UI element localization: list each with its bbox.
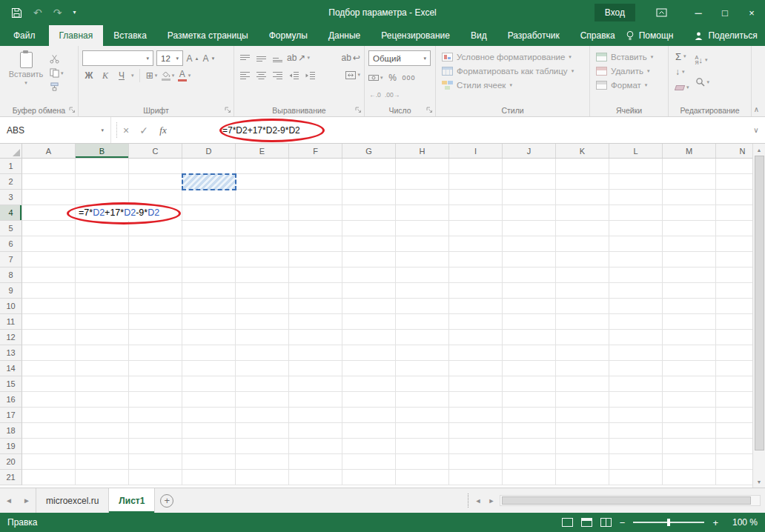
- percent-style-button[interactable]: %: [386, 70, 400, 85]
- row-header-8[interactable]: 8: [0, 267, 22, 283]
- cell-A4[interactable]: [22, 205, 76, 221]
- autosum-button[interactable]: Σ▾: [675, 50, 689, 63]
- sheet-nav-right-icon[interactable]: ►: [18, 488, 36, 513]
- cell-H10[interactable]: [396, 299, 449, 314]
- row-header-12[interactable]: 12: [0, 330, 22, 345]
- cell-A15[interactable]: [22, 376, 76, 392]
- decrease-indent-icon[interactable]: [287, 67, 300, 82]
- cell-E17[interactable]: [236, 408, 289, 423]
- cell-E10[interactable]: [236, 299, 289, 314]
- cell-E8[interactable]: [236, 267, 289, 283]
- cell-G8[interactable]: [342, 267, 396, 283]
- cell-G18[interactable]: [342, 423, 396, 439]
- cell-B12[interactable]: [76, 330, 129, 345]
- cell-J8[interactable]: [503, 267, 556, 283]
- cell-F21[interactable]: [289, 470, 342, 485]
- font-color-icon[interactable]: А ▾: [178, 68, 191, 83]
- column-header-L[interactable]: L: [609, 144, 663, 158]
- cell-K3[interactable]: [556, 190, 609, 205]
- cell-F17[interactable]: [289, 408, 342, 423]
- cell-M16[interactable]: [663, 392, 716, 408]
- name-box-dropdown-icon[interactable]: ▾: [98, 127, 104, 133]
- cell-E11[interactable]: [236, 314, 289, 330]
- cell-G12[interactable]: [342, 330, 396, 345]
- tab-scroll-splitter[interactable]: [464, 493, 468, 507]
- cell-B16[interactable]: [76, 392, 129, 408]
- zoom-out-icon[interactable]: −: [620, 518, 626, 528]
- cell-L9[interactable]: [609, 283, 663, 299]
- cell-C2[interactable]: [129, 174, 182, 190]
- cell-I4[interactable]: [449, 205, 503, 221]
- increase-font-size-icon[interactable]: А▲: [186, 51, 199, 66]
- cell-F6[interactable]: [289, 236, 342, 252]
- cell-L16[interactable]: [609, 392, 663, 408]
- cell-F15[interactable]: [289, 376, 342, 392]
- row-header-1[interactable]: 1: [0, 159, 22, 174]
- scroll-up-icon[interactable]: ▲: [753, 144, 765, 156]
- tab-Рецензирование[interactable]: Рецензирование: [371, 25, 460, 46]
- wrap-text-icon[interactable]: ab↩: [342, 50, 360, 65]
- row-header-20[interactable]: 20: [0, 454, 22, 470]
- cell-H3[interactable]: [396, 190, 449, 205]
- cell-D20[interactable]: [182, 454, 236, 470]
- number-format-select[interactable]: Общий▾: [368, 50, 431, 66]
- italic-button[interactable]: К: [99, 68, 112, 83]
- column-header-E[interactable]: E: [236, 144, 289, 158]
- ribbon-display-options-icon[interactable]: [656, 7, 667, 18]
- cell-M17[interactable]: [663, 408, 716, 423]
- cell-B1[interactable]: [76, 159, 129, 174]
- row-header-14[interactable]: 14: [0, 361, 22, 376]
- cell-C19[interactable]: [129, 439, 182, 454]
- cell-G5[interactable]: [342, 221, 396, 236]
- cell-L12[interactable]: [609, 330, 663, 345]
- cell-K4[interactable]: [556, 205, 609, 221]
- format-cells-button[interactable]: Формат ▾: [592, 78, 666, 92]
- cell-B13[interactable]: [76, 345, 129, 361]
- cell-G20[interactable]: [342, 454, 396, 470]
- cell-M21[interactable]: [663, 470, 716, 485]
- row-header-17[interactable]: 17: [0, 408, 22, 423]
- normal-view-icon[interactable]: [562, 518, 573, 527]
- cell-E21[interactable]: [236, 470, 289, 485]
- cell-M7[interactable]: [663, 252, 716, 267]
- align-right-icon[interactable]: [271, 67, 284, 82]
- cell-A18[interactable]: [22, 423, 76, 439]
- cancel-entry-icon[interactable]: ×: [117, 117, 135, 143]
- cell-H19[interactable]: [396, 439, 449, 454]
- comma-style-button[interactable]: 000: [403, 70, 416, 85]
- cell-J4[interactable]: [503, 205, 556, 221]
- cell-M8[interactable]: [663, 267, 716, 283]
- cell-M13[interactable]: [663, 345, 716, 361]
- paste-button[interactable]: Вставить ▾: [7, 52, 45, 104]
- cell-J7[interactable]: [503, 252, 556, 267]
- tab-Вставка[interactable]: Вставка: [103, 25, 157, 46]
- cell-B11[interactable]: [76, 314, 129, 330]
- cell-L15[interactable]: [609, 376, 663, 392]
- cell-A2[interactable]: [22, 174, 76, 190]
- enter-entry-icon[interactable]: ✓: [135, 117, 153, 143]
- cell-H21[interactable]: [396, 470, 449, 485]
- cell-B18[interactable]: [76, 423, 129, 439]
- cell-B2[interactable]: [76, 174, 129, 190]
- cell-K6[interactable]: [556, 236, 609, 252]
- fill-color-icon[interactable]: ▾: [162, 68, 175, 83]
- cell-A5[interactable]: [22, 221, 76, 236]
- font-name-select[interactable]: ▾: [82, 50, 153, 66]
- insert-cells-button[interactable]: Вставить ▾: [592, 50, 666, 64]
- cell-F4[interactable]: [289, 205, 342, 221]
- cell-E1[interactable]: [236, 159, 289, 174]
- sheet-tab-Лист1[interactable]: Лист1: [109, 488, 155, 513]
- cell-M4[interactable]: [663, 205, 716, 221]
- cell-E16[interactable]: [236, 392, 289, 408]
- cell-I9[interactable]: [449, 283, 503, 299]
- page-break-view-icon[interactable]: [600, 518, 612, 527]
- delete-cells-button[interactable]: Удалить ▾: [592, 64, 666, 78]
- find-select-button[interactable]: ▾: [695, 72, 710, 92]
- cell-M18[interactable]: [663, 423, 716, 439]
- cell-C21[interactable]: [129, 470, 182, 485]
- column-header-I[interactable]: I: [449, 144, 503, 158]
- alignment-dialog-launcher[interactable]: [355, 107, 362, 113]
- cell-J18[interactable]: [503, 423, 556, 439]
- format-as-table-button[interactable]: Форматировать как таблицу ▾: [438, 64, 587, 78]
- cell-E4[interactable]: [236, 205, 289, 221]
